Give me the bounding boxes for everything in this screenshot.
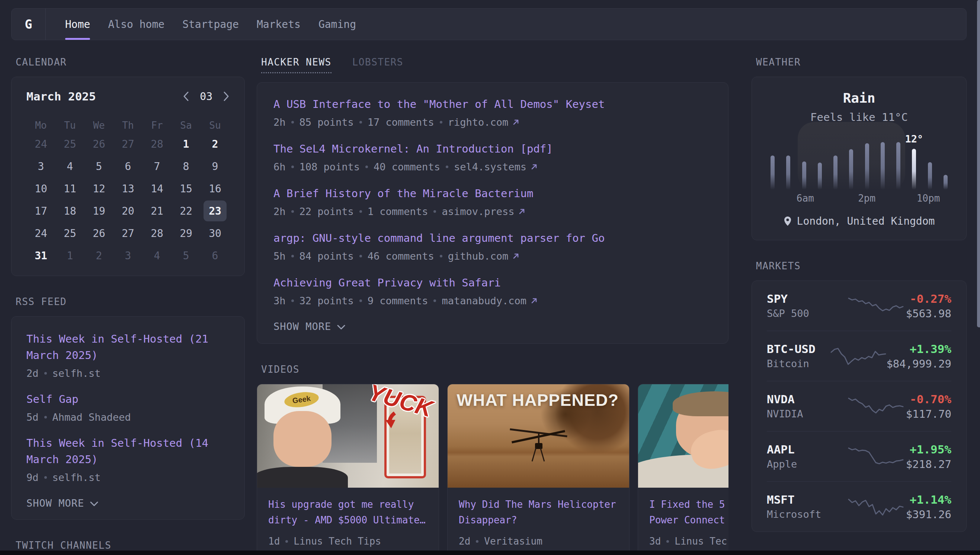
calendar-day[interactable]: 6 [117,156,140,177]
calendar-day[interactable]: 25 [58,223,82,244]
news-show-more-button[interactable]: SHOW MORE [273,321,345,332]
calendar-day[interactable]: 23 [204,201,226,221]
market-row-btc-usd[interactable]: BTC-USDBitcoin+1.39%$84,999.29 [767,331,951,381]
calendar-day[interactable]: 15 [175,178,197,199]
rss-feed-item: Self Gap5dAhmad Shadeed [26,391,229,424]
calendar-day[interactable]: 26 [87,133,111,154]
video-card-body: I Fixed the 5 Power Connect3dLinus Tec [638,488,728,555]
video-title[interactable]: Why Did The Mars Helicopter Disappear? [459,497,618,528]
calendar-day[interactable]: 13 [117,178,140,199]
calendar-day[interactable]: 1 [58,245,82,266]
calendar-day[interactable]: 18 [58,201,82,221]
calendar-day[interactable]: 2 [87,245,111,266]
calendar-day[interactable]: 7 [146,156,168,177]
calendar-day[interactable]: 26 [87,223,111,244]
calendar-day[interactable]: 20 [117,201,140,221]
news-item-title[interactable]: argp: GNU-style command line argument pa… [273,230,712,246]
calendar-day[interactable]: 3 [117,245,140,266]
calendar-day[interactable]: 5 [87,156,111,177]
calendar-day[interactable]: 11 [58,178,82,199]
calendar-day[interactable]: 5 [175,245,197,266]
calendar-day[interactable]: 8 [175,156,197,177]
app-logo[interactable]: G [11,8,46,40]
right-column: WEATHER Rain Feels like 11°C 12° 6am2pm1… [752,52,967,532]
markets-heading: MARKETS [756,260,967,271]
video-thumbnail[interactable]: GeekYUCK [257,384,439,488]
video-age: 2d [459,536,470,547]
market-row-msft[interactable]: MSFTMicrosoft+1.14%$391.26 [767,482,951,532]
market-values: +1.39%$84,999.29 [886,342,951,371]
shirt-shape [257,467,348,488]
news-item-title[interactable]: Achieving Great Privacy with Safari [273,274,712,291]
calendar-day[interactable]: 29 [175,223,197,244]
calendar-day[interactable]: 6 [204,245,226,266]
market-values: +1.95%$218.27 [906,442,951,471]
video-title[interactable]: I Fixed the 5 Power Connect [649,497,728,528]
calendar-day[interactable]: 28 [146,133,168,154]
calendar-day[interactable]: 24 [29,223,53,244]
market-row-nvda[interactable]: NVDANVIDIA-0.70%$117.70 [767,381,951,431]
rss-item-title[interactable]: This Week in Self-Hosted (21 March 2025) [26,331,229,363]
dot-separator [666,540,669,543]
video-card[interactable]: GeekYUCKHis upgrade got me really dirty … [257,384,439,555]
rss-item-title[interactable]: Self Gap [26,391,229,407]
rss-item-meta: 2dselfh.st [26,366,229,380]
calendar-day[interactable]: 4 [146,245,168,266]
news-item-title[interactable]: A Brief History of the Miracle Bacterium [273,185,712,202]
calendar-weekday-row: MoTuWeThFrSaSu [26,117,229,133]
video-thumbnail[interactable]: WHAT HAPPENED? [447,384,629,488]
calendar-day[interactable]: 14 [146,178,168,199]
calendar-day[interactable]: 28 [146,223,168,244]
calendar-header: March 2025 03 [26,90,229,103]
video-card[interactable]: DO TH TI Fixed the 5 Power Connect3dLinu… [638,384,728,555]
rss-item-title[interactable]: This Week in Self-Hosted (14 March 2025) [26,435,229,468]
helicopter-part [538,432,539,444]
video-thumbnail[interactable]: DO TH T [638,384,728,488]
news-tab-hacker-news[interactable]: HACKER NEWS [261,56,332,73]
nav-tab-home[interactable]: Home [65,8,90,40]
news-item-title[interactable]: The SeL4 Microkernel: An Introduction [p… [273,141,712,157]
nav-tab-also-home[interactable]: Also home [108,8,164,40]
weather-bar [849,149,853,190]
calendar-month-title: March 2025 [26,90,96,103]
calendar-day[interactable]: 12 [87,178,111,199]
calendar-prev-button[interactable] [183,91,189,101]
scrollbar[interactable] [977,0,980,327]
calendar-day[interactable]: 17 [29,201,53,221]
calendar-day[interactable]: 3 [29,156,53,177]
calendar-day[interactable]: 24 [29,133,53,154]
rss-heading: RSS FEED [16,296,245,307]
nav-tab-gaming[interactable]: Gaming [319,8,356,40]
calendar-day[interactable]: 25 [58,133,82,154]
calendar-day[interactable]: 16 [204,178,226,199]
calendar-day[interactable]: 30 [204,223,226,244]
market-row-spy[interactable]: SPYS&P 500-0.27%$563.98 [767,281,951,331]
rss-show-more-button[interactable]: SHOW MORE [26,497,98,509]
calendar-day[interactable]: 1 [175,133,197,154]
nav-tab-startpage[interactable]: Startpage [182,8,239,40]
calendar-day[interactable]: 19 [87,201,111,221]
calendar-day[interactable]: 10 [29,178,53,199]
calendar-day[interactable]: 9 [204,156,226,177]
weather-location: London, United Kingdom [797,215,935,227]
calendar-day[interactable]: 27 [117,223,140,244]
calendar-weekday-label: Tu [64,117,75,133]
video-card[interactable]: WHAT HAPPENED?Why Did The Mars Helicopte… [447,384,630,555]
calendar-day[interactable]: 4 [58,156,82,177]
calendar-day[interactable]: 27 [117,133,140,154]
news-source-tabs: HACKER NEWSLOBSTERS [261,56,728,73]
center-column: HACKER NEWSLOBSTERS A USB Interface to t… [257,52,728,555]
calendar-day[interactable]: 31 [29,245,53,266]
news-item-title[interactable]: A USB Interface to the "Mother of All De… [273,96,712,112]
calendar-day[interactable]: 2 [204,133,226,154]
calendar-weekday-label: Sa [180,117,192,133]
calendar-day[interactable]: 22 [175,201,197,221]
calendar-next-button[interactable] [223,91,229,101]
market-id: MSFTMicrosoft [767,492,846,521]
market-row-aapl[interactable]: AAPLApple+1.95%$218.27 [767,431,951,481]
video-title[interactable]: His upgrade got me really dirty - AMD $5… [268,497,428,528]
calendar-day[interactable]: 21 [146,201,168,221]
news-tab-lobsters[interactable]: LOBSTERS [352,56,403,72]
rss-item-meta: 5dAhmad Shadeed [26,410,229,424]
nav-tab-markets[interactable]: Markets [257,8,301,40]
